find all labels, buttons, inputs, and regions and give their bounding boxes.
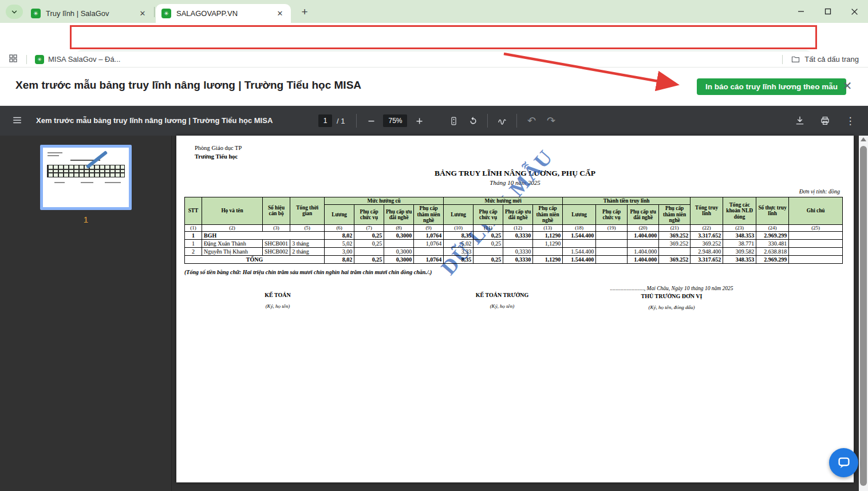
- close-icon: [851, 8, 858, 15]
- table-row: 2Nguyễn Thị KhanhSHCB0022 tháng3,000,300…: [185, 247, 843, 255]
- annotate-button[interactable]: [495, 113, 510, 128]
- column-header: Số thực truy lĩnh: [756, 197, 789, 225]
- tab-truy-linh[interactable]: ✳ Truy lĩnh | SalaGov ✕: [25, 4, 153, 23]
- column-number: (23): [723, 224, 756, 231]
- scroll-up-icon[interactable]: [861, 137, 866, 141]
- column-header: Tổng các khoản NLĐ đóng: [723, 197, 756, 225]
- zoom-level-input[interactable]: 75%: [383, 114, 407, 127]
- table-cell: 369.252: [659, 239, 691, 247]
- table-cell: 330.481: [756, 239, 789, 247]
- table-cell: 3 tháng: [290, 239, 325, 247]
- table-cell: 1.544.400: [563, 247, 596, 255]
- column-number: (12): [503, 224, 533, 231]
- table-cell: 0,3330: [503, 231, 533, 239]
- zoom-in-button[interactable]: [412, 113, 427, 128]
- table-cell: 1,0764: [414, 239, 444, 247]
- thumbnail-content: [48, 155, 59, 156]
- toolbar-separator: [487, 114, 488, 128]
- zoom-out-button[interactable]: [364, 113, 378, 128]
- column-number: (11): [474, 224, 503, 231]
- table-row: TỔNG8,020,250,30001,07648,350,250,33301,…: [185, 255, 843, 263]
- table-cell: 3,33: [444, 247, 474, 255]
- vertical-scrollbar[interactable]: [859, 136, 868, 491]
- page-thumbnail[interactable]: [40, 145, 132, 210]
- table-cell: SHCB002: [263, 247, 290, 255]
- column-number: (3): [263, 224, 290, 231]
- salagov-favicon-icon: ✳: [35, 55, 44, 64]
- undo-button[interactable]: ↶: [524, 113, 539, 128]
- table-cell: [596, 239, 628, 247]
- signature-subtitle: (Ký, họ tên): [428, 303, 577, 309]
- all-bookmarks-label: Tất cả dấu trang: [804, 55, 859, 64]
- table-cell: [384, 239, 414, 247]
- page-number-input[interactable]: 1: [318, 114, 332, 127]
- table-cell: 8,35: [444, 231, 474, 239]
- table-cell: 3,00: [325, 247, 354, 255]
- report-document-page: Phòng Giáo dục TP Trường Tiểu học BẢNG T…: [176, 136, 854, 482]
- table-cell: 2.638.818: [756, 247, 789, 255]
- all-bookmarks-button[interactable]: Tất cả dấu trang: [791, 54, 859, 64]
- table-row: 1Đặng Xuân ThànhSHCB0013 tháng5,020,251,…: [185, 239, 843, 247]
- maximize-button[interactable]: [814, 0, 841, 23]
- redo-button[interactable]: ↷: [543, 113, 558, 128]
- column-number: (25): [789, 224, 843, 231]
- group-header: Thành tiền truy lĩnh: [563, 197, 691, 205]
- tab-close-icon[interactable]: ✕: [275, 9, 285, 19]
- scrollbar-thumb[interactable]: [860, 146, 867, 486]
- fit-page-button[interactable]: [446, 113, 461, 128]
- table-cell: 0,25: [354, 231, 384, 239]
- print-button[interactable]: [818, 113, 833, 128]
- pdf-action-buttons: ⋮: [792, 113, 858, 128]
- print-report-button[interactable]: In báo cáo truy lĩnh lương theo mẫu: [697, 78, 846, 95]
- bookmarks-divider: [782, 55, 783, 64]
- table-cell: [533, 247, 563, 255]
- table-cell: 309.582: [723, 247, 756, 255]
- sub-column-header: Phụ cấp thâm niên nghề: [659, 205, 691, 224]
- pdf-document-title: Xem trước mẫu bảng truy lĩnh nâng lương …: [36, 116, 273, 125]
- chat-support-button[interactable]: [829, 448, 858, 477]
- bookmark-misa-salagov[interactable]: ✳ MISA SalaGov – Đá...: [35, 55, 120, 64]
- plus-icon: [415, 117, 424, 125]
- tab-search-caret[interactable]: [6, 5, 23, 19]
- page-title: Xem trước mẫu bảng truy lĩnh nâng lương …: [15, 79, 361, 92]
- table-cell: [659, 247, 691, 255]
- fit-page-icon: [449, 116, 459, 126]
- table-cell: 369.252: [659, 255, 691, 263]
- new-tab-button[interactable]: +: [298, 5, 311, 19]
- ink-pen-icon: [497, 116, 507, 126]
- signature-title: KẾ TOÁN: [209, 292, 346, 298]
- table-cell: 2 tháng: [290, 247, 325, 255]
- pdf-more-options-button[interactable]: ⋮: [843, 113, 858, 128]
- pdf-viewer-area: 1 Phòng Giáo dục TP Trường Tiểu học BẢNG…: [0, 136, 868, 491]
- table-cell: SHCB001: [263, 239, 290, 247]
- pdf-menu-button[interactable]: [11, 115, 24, 126]
- table-cell: 0,3000: [384, 255, 414, 263]
- tab-salagovapp-active[interactable]: ✳ SALAGOVAPP.VN ✕: [156, 4, 291, 23]
- table-cell: 2.948.400: [691, 247, 723, 255]
- sub-column-header: Phụ cấp chức vụ: [354, 205, 384, 224]
- table-cell: [563, 239, 596, 247]
- tab-close-icon[interactable]: ✕: [137, 9, 148, 19]
- table-cell: 2.969.299: [756, 255, 789, 263]
- table-cell: 348.353: [723, 255, 756, 263]
- table-cell: 1: [185, 239, 202, 247]
- thumbnail-page-number: 1: [40, 215, 132, 224]
- org-line-1: Phòng Giáo dục TP: [195, 145, 242, 151]
- rotate-button[interactable]: [465, 113, 480, 128]
- column-number: (7): [354, 224, 384, 231]
- sub-column-header: Phụ cấp thâm niên nghề: [533, 205, 563, 224]
- report-period: Tháng 10 năm 2025: [176, 179, 854, 186]
- bookmarks-bar: ✳ MISA SalaGov – Đá... Tất cả dấu trang: [0, 52, 868, 68]
- close-window-button[interactable]: [841, 0, 868, 23]
- table-cell: [354, 247, 384, 255]
- table-cell: 1,1290: [533, 239, 563, 247]
- sub-column-header: Lương: [444, 205, 474, 224]
- undo-icon: ↶: [527, 114, 536, 127]
- close-preview-button[interactable]: ✕: [839, 78, 855, 94]
- salagov-favicon-icon: ✳: [31, 9, 41, 18]
- apps-grid-button[interactable]: [8, 53, 18, 66]
- table-cell: 5,02: [325, 239, 354, 247]
- download-button[interactable]: [792, 113, 807, 128]
- table-cell: [596, 231, 628, 239]
- minimize-button[interactable]: [787, 0, 814, 23]
